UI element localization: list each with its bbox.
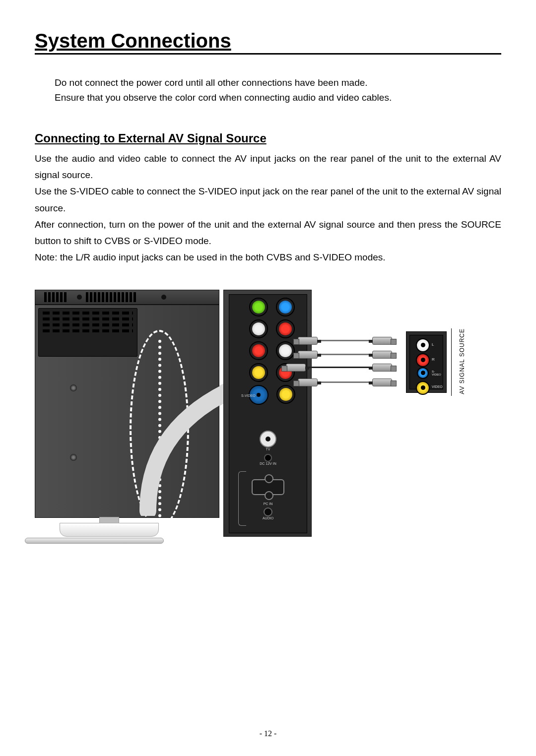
- av-source-title: AV SIGNAL SOURCE: [459, 328, 466, 394]
- dc-jack-icon: [264, 454, 272, 462]
- screw-icon: [70, 454, 77, 461]
- tv-rear-illustration: [35, 290, 219, 548]
- label-plate-icon: [38, 308, 137, 357]
- page-title: System Connections: [35, 30, 501, 55]
- cable-video: [298, 378, 392, 387]
- plug-icon: [372, 337, 392, 345]
- plug-icon: [298, 351, 318, 359]
- intro-line-1: Do not connect the power cord until all …: [55, 75, 501, 90]
- vent-icon: [86, 292, 155, 302]
- cable-svideo: [286, 363, 392, 372]
- paragraph-1: Use the audio and video cable to connect…: [35, 150, 501, 184]
- source-label-l: L: [432, 342, 434, 347]
- screw-icon: [77, 295, 82, 300]
- paragraph-4: Note: the L/R audio input jacks can be u…: [35, 249, 501, 265]
- rca-jack-white-icon: [249, 319, 268, 338]
- coax-jack-icon: [260, 431, 276, 447]
- document-page: System Connections Do not connect the po…: [0, 0, 536, 756]
- screw-icon: [70, 384, 77, 391]
- paragraph-2: Use the S-VIDEO cable to connect the S-V…: [35, 183, 501, 216]
- bracket-icon: [238, 471, 246, 526]
- plug-icon: [372, 378, 392, 386]
- tv-top-bezel: [35, 290, 219, 305]
- plug-icon: [372, 351, 392, 359]
- tv-body: [35, 305, 219, 518]
- connection-diagram: S-VIDEO TV DC 12V IN PC IN AUDIO: [35, 290, 501, 567]
- source-jack-r-icon: [416, 353, 430, 367]
- vent-icon: [44, 292, 74, 302]
- plug-icon: [298, 378, 318, 386]
- intro-line-2: Ensure that you observe the color cord w…: [55, 90, 501, 105]
- svideo-label: S-VIDEO: [241, 394, 256, 397]
- screw-icon: [161, 295, 166, 300]
- rca-jack-blue-icon: [276, 298, 295, 316]
- source-divider: [451, 328, 452, 396]
- rca-jack-green-icon: [249, 298, 268, 316]
- page-number: - 12 -: [0, 729, 536, 738]
- rca-jack-yellow-icon: [249, 363, 268, 382]
- cable-audio-r: [298, 350, 392, 359]
- plug-icon: [372, 364, 392, 372]
- paragraph-3: After connection, turn on the power of t…: [35, 216, 501, 250]
- source-label-video: VIDEO: [432, 385, 443, 388]
- tv-label: TV: [229, 447, 307, 451]
- intro-block: Do not connect the power cord until all …: [55, 75, 501, 106]
- body-text: Use the audio and video cable to connect…: [35, 150, 501, 266]
- audio-jack-icon: [264, 507, 272, 516]
- av-source-inner: L R S-VIDEO VIDEO: [409, 335, 443, 389]
- source-label-svideo: S-VIDEO: [432, 370, 443, 376]
- source-jack-svideo-icon: [417, 367, 429, 379]
- stand-neck: [60, 523, 159, 537]
- highlight-line-icon: [158, 340, 161, 523]
- source-jack-l-icon: [416, 338, 430, 352]
- source-label-r: R: [432, 357, 435, 362]
- plug-icon: [286, 364, 306, 372]
- cable-audio-l: [298, 336, 392, 345]
- cable-group: [268, 333, 399, 428]
- source-jack-video-icon: [416, 381, 430, 395]
- vga-port-icon: [252, 479, 284, 495]
- section-subtitle: Connecting to External AV Signal Source: [35, 131, 501, 145]
- stand-base: [25, 538, 164, 544]
- av-source-box: L R S-VIDEO VIDEO: [406, 331, 447, 393]
- rca-jack-red-icon: [249, 341, 268, 360]
- plug-icon: [298, 337, 318, 345]
- dc-label: DC 12V IN: [229, 462, 307, 465]
